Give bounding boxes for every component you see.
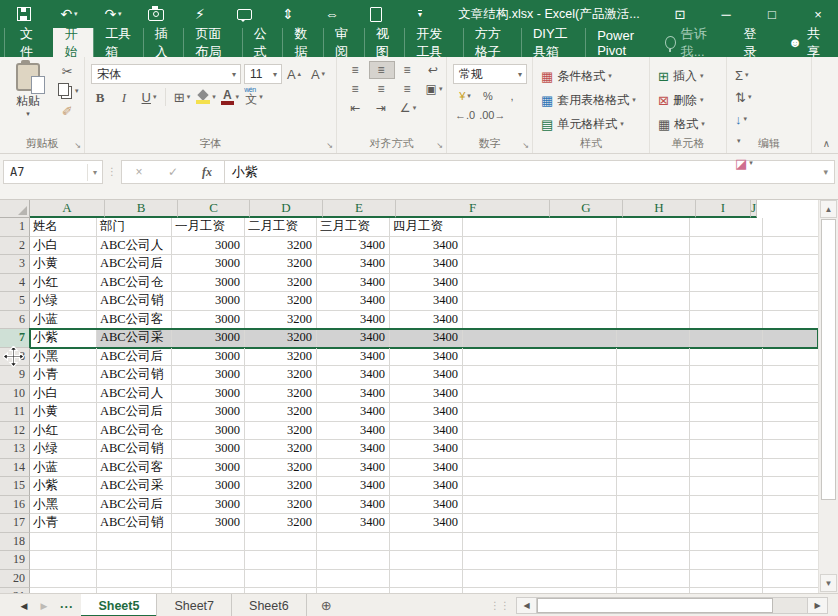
row-header[interactable]: 20 (0, 570, 30, 589)
alignment-dialog-launcher-icon[interactable]: ↘ (436, 141, 443, 150)
sign-in-button[interactable]: 登录 (729, 28, 778, 57)
row-height-icon[interactable]: ⇕ (274, 3, 304, 25)
undo-icon[interactable]: ↶▾ (54, 3, 84, 25)
insert-function-icon[interactable]: fx (190, 165, 224, 180)
ribbon-tab[interactable]: 开始 (53, 28, 94, 57)
row-header[interactable]: 11 (0, 403, 30, 422)
enter-entry-icon[interactable]: ✓ (156, 165, 190, 179)
font-dialog-launcher-icon[interactable]: ↘ (326, 141, 333, 150)
column-header[interactable]: G (550, 200, 623, 218)
ribbon-tab[interactable]: 页面布局 (183, 28, 241, 57)
separator[interactable] (165, 88, 166, 106)
cell[interactable] (617, 329, 690, 348)
cell[interactable] (617, 459, 690, 478)
cell[interactable] (763, 551, 818, 570)
scroll-left-icon[interactable]: ◀ (517, 598, 537, 613)
cell[interactable]: 3400 (317, 514, 390, 533)
horizontal-scrollbar-thumb[interactable] (537, 598, 773, 613)
cell[interactable] (463, 366, 617, 385)
wrap-text-icon[interactable]: ↩ (421, 61, 447, 79)
cell[interactable] (763, 274, 818, 293)
cell[interactable]: 3400 (390, 237, 463, 256)
cell[interactable] (30, 570, 97, 589)
cell[interactable] (463, 477, 617, 496)
cell[interactable] (617, 274, 690, 293)
horizontal-scrollbar[interactable]: ◀ ▶ (516, 597, 828, 614)
tab-splitter-handle[interactable]: ⋮⋮ (484, 594, 516, 616)
ribbon-tab[interactable]: 数据 (282, 28, 323, 57)
cell[interactable]: 3400 (390, 274, 463, 293)
row-header[interactable]: 10 (0, 385, 30, 404)
cell[interactable] (763, 237, 818, 256)
format-as-table-icon[interactable]: ▦套用表格格式▾ (541, 88, 649, 112)
increase-indent-icon[interactable]: ⇥ (369, 99, 395, 117)
row-header[interactable]: 16 (0, 496, 30, 515)
row-header[interactable]: 9 (0, 366, 30, 385)
cell[interactable]: 小紫 (30, 329, 97, 348)
cell[interactable] (763, 255, 818, 274)
name-box[interactable]: A7 ▾ (3, 160, 103, 184)
row-header[interactable]: 6 (0, 311, 30, 330)
cell[interactable] (390, 588, 463, 593)
cell[interactable]: 3000 (172, 422, 245, 441)
maximize-icon[interactable]: □ (758, 2, 786, 26)
cell[interactable]: ABC公司销 (97, 366, 172, 385)
cell[interactable]: ABC公司采 (97, 329, 172, 348)
customize-qat-icon[interactable]: ▾ (406, 3, 436, 25)
cell[interactable]: 小红 (30, 422, 97, 441)
cell[interactable] (763, 570, 818, 589)
cell[interactable]: 3400 (390, 496, 463, 515)
accounting-format-icon[interactable]: ¥▾ (453, 87, 477, 105)
borders-icon[interactable]: ⊞▾ (170, 87, 194, 107)
cell[interactable]: 3200 (245, 274, 317, 293)
insert-cells-icon[interactable]: ⊞插入▾ (658, 64, 726, 88)
cell[interactable] (463, 551, 617, 570)
row-header[interactable]: 13 (0, 440, 30, 459)
cell[interactable]: ABC公司客 (97, 459, 172, 478)
cell[interactable]: 3000 (172, 348, 245, 367)
cell[interactable] (690, 551, 763, 570)
cell[interactable] (97, 570, 172, 589)
cell[interactable] (690, 255, 763, 274)
cell[interactable]: ABC公司销 (97, 514, 172, 533)
cell[interactable]: ABC公司客 (97, 311, 172, 330)
row-header[interactable]: 14 (0, 459, 30, 478)
align-top-icon[interactable]: ≡ (343, 61, 369, 79)
cut-icon[interactable]: ✂ (56, 61, 81, 81)
cell[interactable]: 小绿 (30, 440, 97, 459)
cell[interactable] (617, 477, 690, 496)
cell[interactable] (763, 218, 818, 237)
orientation-icon[interactable]: ∠▾ (395, 99, 421, 117)
cell[interactable] (617, 422, 690, 441)
cell[interactable] (245, 570, 317, 589)
cell[interactable]: 3200 (245, 255, 317, 274)
paste-button[interactable]: 粘贴 ▾ (6, 63, 50, 118)
vertical-scrollbar[interactable]: ▲ ▼ (818, 200, 838, 593)
cell[interactable]: 小白 (30, 237, 97, 256)
cell[interactable] (763, 403, 818, 422)
cell[interactable] (30, 588, 97, 593)
cell[interactable] (690, 459, 763, 478)
cell[interactable] (463, 255, 617, 274)
flash-fill-icon[interactable]: ⚡ (186, 3, 216, 25)
cell[interactable]: 3400 (390, 459, 463, 478)
cell[interactable]: 3400 (317, 477, 390, 496)
cell[interactable] (690, 292, 763, 311)
cell[interactable]: 3400 (390, 385, 463, 404)
cell[interactable]: 小蓝 (30, 311, 97, 330)
cell[interactable]: 一月工资 (172, 218, 245, 237)
cell[interactable]: 3200 (245, 440, 317, 459)
new-document-icon[interactable] (362, 3, 392, 25)
percent-style-icon[interactable]: % (477, 87, 501, 105)
cell[interactable] (690, 422, 763, 441)
cell[interactable]: ABC公司后 (97, 348, 172, 367)
cell[interactable]: 3200 (245, 348, 317, 367)
cell[interactable] (172, 533, 245, 552)
format-cells-icon[interactable]: ▦格式▾ (658, 112, 726, 136)
cell[interactable] (690, 366, 763, 385)
cell[interactable]: 3400 (317, 403, 390, 422)
conditional-formatting-icon[interactable]: ▦条件格式▾ (541, 64, 649, 88)
cell[interactable]: 3000 (172, 292, 245, 311)
next-sheet-icon[interactable]: ▶ (34, 601, 54, 611)
cell[interactable] (617, 348, 690, 367)
